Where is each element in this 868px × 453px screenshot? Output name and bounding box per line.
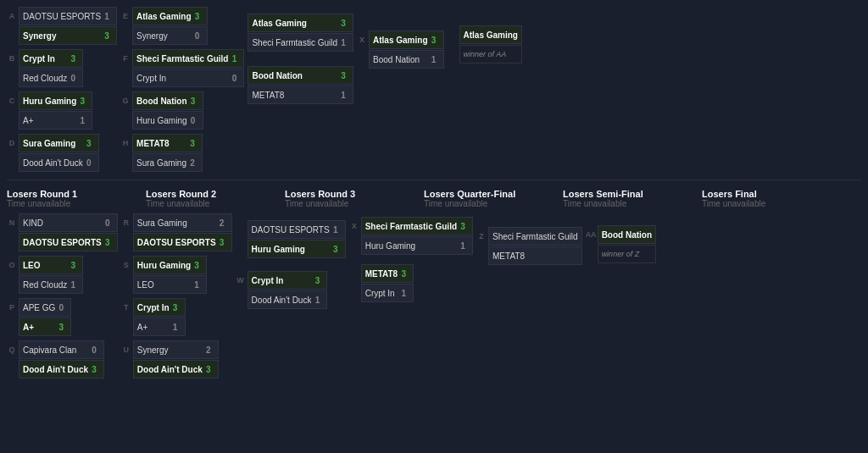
match-t-teams: Crypt In 3 A+ 1 <box>133 298 186 337</box>
team-row: Red Cloudz 1 <box>19 275 83 294</box>
losers-final: AA Bood Nation winner of Z <box>586 225 656 264</box>
score: 3 <box>67 261 79 270</box>
team-row: Bood Nation 1 <box>369 50 443 69</box>
team-row: KIND 0 <box>19 213 118 232</box>
match-qf1-teams: Sheci Farmtastic Guild 3 Huru Gaming 1 <box>361 217 473 256</box>
team-name: Crypt In <box>252 276 312 285</box>
score: 3 <box>428 36 440 45</box>
team-row: Dood Ain't Duck 3 <box>19 360 104 378</box>
label-d: D <box>7 139 17 147</box>
team-row: Sura Gaming 2 <box>132 153 203 172</box>
losers-qf-title: Losers Quarter-Final <box>424 189 563 199</box>
label-q: Q <box>7 345 17 354</box>
team-name: winner of AA <box>464 50 518 58</box>
match-c: C Huru Gaming 3 A+ 1 <box>7 91 117 130</box>
match-f-teams: Sheci Farmtastic Guild 1 Crypt In 0 <box>132 49 244 88</box>
losers-header-final: Losers Final Time unavailable <box>702 189 841 208</box>
label-g: G <box>120 97 131 105</box>
match-p: P APE GG 0 A+ 3 <box>7 298 118 337</box>
losers-r2-title: Losers Round 2 <box>146 189 285 199</box>
team-name: METAT8 <box>365 269 398 279</box>
score: 0 <box>192 31 203 41</box>
team-name: Bood Nation <box>602 230 652 240</box>
score: 3 <box>170 303 181 312</box>
team-row: Huru Gaming 3 <box>248 240 346 258</box>
team-row: Atlas Gaming 3 <box>248 14 353 32</box>
team-name: Sheci Farmtastic Guild <box>136 54 228 64</box>
label-u: U <box>121 345 131 354</box>
score: 1 <box>101 12 113 21</box>
match-e-teams: Atlas Gaming 3 Synergy 0 <box>132 7 207 46</box>
team-row: Sheci Farmtastic Guild 1 <box>248 33 353 52</box>
match-aa-teams: Atlas Gaming winner of AA <box>459 25 522 64</box>
losers-qf: X Sheci Farmtastic Guild 3 Huru Gaming 1 <box>349 217 473 303</box>
score: 1 <box>337 91 349 100</box>
team-name: METAT8 <box>252 91 337 100</box>
label-x: X <box>357 36 367 44</box>
team-name: Crypt In <box>23 54 67 64</box>
team-name: Synergy <box>136 31 191 41</box>
winners-sf1: Atlas Gaming 3 Sheci Farmtastic Guild 1 <box>248 14 353 52</box>
grand-final-winners: Atlas Gaming winner of AA <box>448 25 522 64</box>
team-row: Dood Ain't Duck 0 <box>19 153 99 172</box>
score: 0 <box>187 116 199 125</box>
label-aa: AA <box>586 230 596 239</box>
losers-r1-title: Losers Round 1 <box>7 189 146 199</box>
team-row: Crypt In 0 <box>132 69 244 87</box>
score: 3 <box>88 365 100 374</box>
score: 2 <box>216 218 228 228</box>
score: 3 <box>203 365 214 374</box>
label-qf1: X <box>349 222 359 230</box>
team-name: Sura Gaming <box>23 139 83 148</box>
losers-header-r1: Losers Round 1 Time unavailable <box>7 189 146 208</box>
score: 3 <box>330 245 342 254</box>
match-qf2: METAT8 3 Crypt In 1 <box>349 264 473 303</box>
score: 3 <box>101 31 113 41</box>
losers-round1: N KIND 0 DAOTSU ESPORTS 3 O L <box>7 213 118 379</box>
team-row: DAOTSU ESPORTS 1 <box>19 7 117 25</box>
team-name: DAOTSU ESPORTS <box>252 225 330 235</box>
score: 3 <box>337 19 349 28</box>
match-f: F Sheci Farmtastic Guild 1 Crypt In 0 <box>120 49 244 88</box>
losers-header-row: Losers Round 1 Time unavailable Losers R… <box>7 180 861 213</box>
losers-header-r3: Losers Round 3 Time unavailable <box>285 189 424 208</box>
team-name: Bood Nation <box>136 97 186 106</box>
match-q-teams: Capivara Clan 0 Dood Ain't Duck 3 <box>19 340 104 379</box>
team-name: Red Cloudz <box>23 280 67 290</box>
score: 3 <box>398 269 409 279</box>
team-name: Crypt In <box>365 289 398 298</box>
match-x: X Atlas Gaming 3 Bood Nation 1 <box>357 30 443 69</box>
team-row: Atlas Gaming <box>459 25 522 44</box>
losers-r3-subtitle: Time unavailable <box>285 199 424 208</box>
match-h-teams: METAT8 3 Sura Gaming 2 <box>132 134 203 173</box>
score: 1 <box>76 116 88 125</box>
team-row: Crypt In 3 <box>248 271 328 290</box>
match-w-teams: Crypt In 3 Dood Ain't Duck 1 <box>248 271 328 310</box>
score: 1 <box>191 280 203 290</box>
score: 3 <box>187 97 199 106</box>
team-row: A+ 3 <box>19 318 71 336</box>
team-name: Atlas Gaming <box>373 36 427 45</box>
match-u: U Synergy 2 Dood Ain't Duck 3 <box>121 340 232 379</box>
team-row: Huru Gaming 3 <box>133 256 207 274</box>
score: 1 <box>228 54 240 64</box>
label-w: W <box>236 276 246 285</box>
score: 3 <box>311 276 323 285</box>
team-name: Huru Gaming <box>136 116 186 125</box>
score: 3 <box>186 139 198 148</box>
team-name: Sheci Farmtastic Guild <box>365 222 457 231</box>
team-row: APE GG 0 <box>19 298 71 317</box>
team-row: Sheci Farmtastic Guild <box>488 227 582 246</box>
match-a-teams: DAOTSU ESPORTS 1 Synergy 3 <box>19 7 117 46</box>
match-t: T Crypt In 3 A+ 1 <box>121 298 232 337</box>
team-row: Synergy 3 <box>19 26 117 45</box>
match-aa-teams: Bood Nation winner of Z <box>598 225 656 264</box>
team-row: Huru Gaming 0 <box>132 111 203 130</box>
team-name: A+ <box>23 116 76 125</box>
team-name: Atlas Gaming <box>136 12 191 21</box>
match-s: S Huru Gaming 3 LEO 1 <box>121 256 232 295</box>
score: 3 <box>216 238 228 247</box>
match-z-teams: Sheci Farmtastic Guild METAT8 <box>488 227 582 266</box>
score: 1 <box>337 38 349 47</box>
losers-qf-subtitle: Time unavailable <box>424 199 563 208</box>
